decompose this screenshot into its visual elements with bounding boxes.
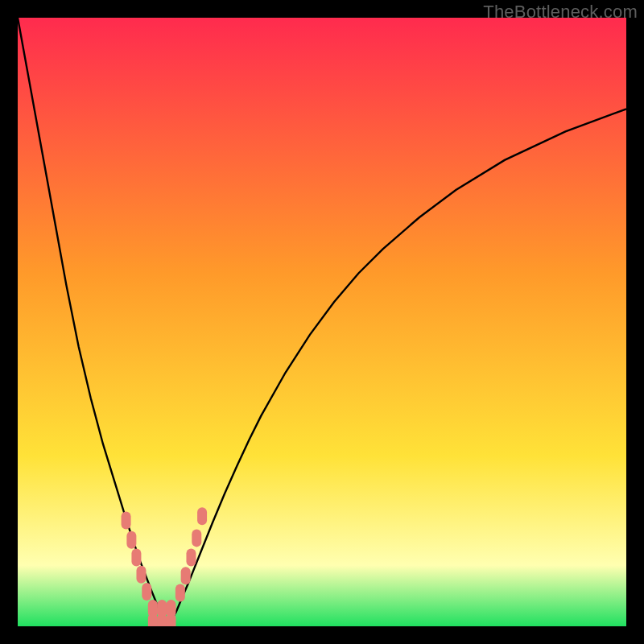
plot-area [18, 18, 626, 626]
data-marker [131, 549, 141, 567]
data-marker [122, 511, 131, 529]
data-marker [157, 600, 167, 617]
data-marker [186, 549, 196, 567]
bottleneck-curve [18, 18, 626, 626]
data-marker [148, 613, 158, 626]
data-marker [142, 583, 151, 601]
data-marker [126, 531, 136, 549]
data-marker [197, 507, 207, 525]
data-marker [192, 529, 201, 547]
data-marker [167, 600, 176, 617]
watermark-text: TheBottleneck.com [483, 2, 638, 23]
data-marker [181, 567, 191, 584]
data-marker [136, 566, 146, 584]
chart-root: TheBottleneck.com [0, 0, 644, 644]
data-marker [175, 584, 185, 601]
